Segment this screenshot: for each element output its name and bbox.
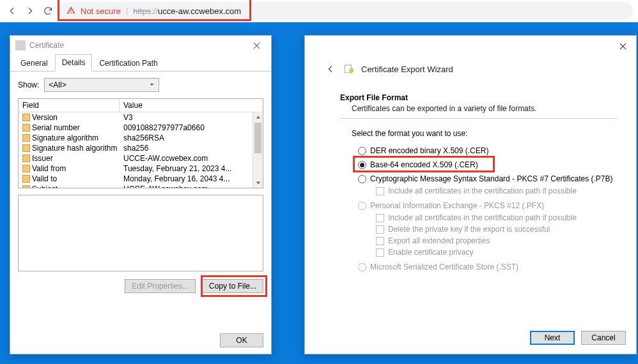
grid-row[interactable]: Signature hash algorithmsha256 (19, 143, 263, 153)
section-subtitle: Certificates can be exported in a variet… (352, 104, 617, 113)
field-icon (22, 124, 30, 132)
checkbox-pfx-privacy: Enable certificate privacy (376, 246, 617, 258)
dialog-title: Certificate (29, 41, 247, 50)
divider (340, 118, 617, 119)
next-button[interactable]: Next (530, 331, 575, 345)
field-icon (22, 114, 30, 121)
browser-toolbar: Not secure | https://ucce-aw.ccwebex.com (0, 0, 638, 22)
radio-p7b[interactable]: Cryptographic Message Syntax Standard - … (358, 172, 617, 185)
grid-row[interactable]: Valid fromTuesday, February 21, 2023 4..… (19, 163, 263, 174)
show-label: Show: (18, 80, 39, 89)
checkbox-pfx-include-chain: Include all certificates in the certific… (376, 212, 617, 224)
radio-base64[interactable]: Base-64 encoded X.509 (.CER) (358, 158, 617, 171)
grid-row[interactable]: VersionV3 (19, 112, 263, 123)
dialog-titlebar: Certificate (10, 36, 271, 55)
grid-row[interactable]: Valid toMonday, February 16, 2043 4... (19, 174, 263, 184)
grid-row[interactable]: SubjectUCCE-AW.ccwebex.com (19, 184, 263, 188)
checkbox-icon (376, 237, 384, 245)
url-text: https://ucce-aw.ccwebex.com (133, 6, 241, 16)
ok-button[interactable]: OK (220, 333, 263, 347)
forward-button[interactable] (23, 4, 37, 18)
chevron-down-icon (149, 80, 155, 89)
scroll-down-icon[interactable] (253, 178, 263, 188)
address-bar[interactable]: Not secure | https://ucce-aw.ccwebex.com (59, 2, 633, 20)
grid-row[interactable]: Signature algorithmsha256RSA (19, 133, 263, 143)
certificate-fields-grid[interactable]: Field Value VersionV3 Serial number00910… (18, 98, 263, 188)
field-icon (22, 185, 30, 188)
scroll-up-icon[interactable] (253, 112, 263, 123)
close-button[interactable] (247, 38, 266, 53)
export-wizard-dialog: Certificate Export Wizard Export File Fo… (304, 35, 637, 354)
separator: | (126, 6, 128, 15)
cancel-button[interactable]: Cancel (581, 331, 626, 345)
certificate-dialog: Certificate General Details Certificatio… (10, 35, 272, 354)
wizard-back-button[interactable] (324, 63, 337, 75)
radio-icon (358, 147, 366, 155)
certificate-icon (343, 63, 355, 75)
checkbox-icon (376, 248, 384, 257)
scrollbar[interactable] (253, 112, 263, 188)
field-detail-textarea[interactable] (18, 195, 263, 271)
column-field: Field (19, 99, 120, 112)
checkbox-pfx-delete-key: Delete the private key if the export is … (376, 224, 617, 235)
wizard-title: Certificate Export Wizard (361, 64, 453, 74)
field-icon (22, 165, 30, 172)
warning-icon (66, 6, 75, 17)
radio-pfx: Personal Information Exchange - PKCS #12… (358, 199, 617, 212)
copy-to-file-button[interactable]: Copy to File... (202, 279, 263, 293)
field-icon (22, 175, 30, 183)
radio-icon (358, 175, 366, 183)
back-button[interactable] (5, 4, 19, 18)
show-filter-dropdown[interactable]: <All> (44, 78, 159, 92)
security-status: Not secure (81, 6, 121, 16)
checkbox-icon (376, 187, 384, 195)
tab-certification-path[interactable]: Certification Path (92, 55, 164, 72)
certificate-icon (15, 40, 26, 50)
grid-row[interactable]: Serial number00910882797977a0660 (19, 123, 263, 133)
column-value: Value (120, 99, 263, 112)
close-button[interactable] (613, 38, 632, 54)
format-prompt: Select the format you want to use: (352, 129, 617, 138)
tab-details[interactable]: Details (55, 54, 93, 72)
field-icon (22, 155, 30, 162)
edit-properties-button: Edit Properties... (125, 279, 196, 293)
tab-strip: General Details Certification Path (10, 55, 271, 72)
radio-sst: Microsoft Serialized Certificate Store (… (358, 261, 617, 273)
scroll-thumb[interactable] (254, 123, 261, 153)
dialog-body: Show: <All> Field Value VersionV3 Serial… (10, 72, 271, 298)
tab-general[interactable]: General (13, 55, 55, 72)
grid-row[interactable]: IssuerUCCE-AW.ccwebex.com (19, 153, 263, 163)
checkbox-icon (376, 214, 384, 222)
radio-icon (358, 202, 366, 210)
svg-point-1 (350, 68, 354, 72)
radio-der[interactable]: DER encoded binary X.509 (.CER) (358, 144, 617, 157)
checkbox-p7b-include-chain: Include all certificates in the certific… (376, 185, 617, 197)
checkbox-pfx-export-ext: Export all extended properties (376, 235, 617, 246)
reload-button[interactable] (41, 4, 55, 18)
field-icon (22, 134, 30, 142)
checkbox-icon (376, 225, 384, 234)
field-icon (22, 144, 30, 152)
radio-icon (358, 263, 366, 271)
section-title: Export File Format (340, 93, 617, 102)
radio-icon (358, 161, 366, 169)
